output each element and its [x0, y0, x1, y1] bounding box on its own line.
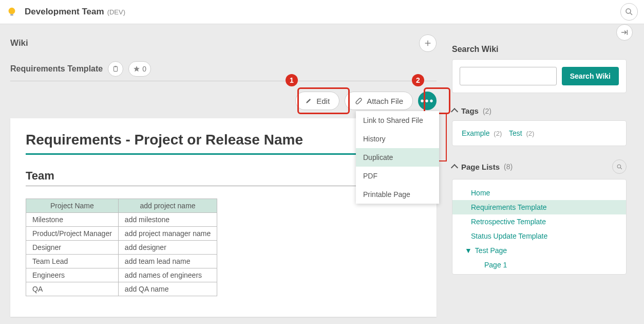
pagelists-count: (8): [504, 163, 513, 171]
page-toolbar: 1 2 Edit Attach File ••• Link to Share: [10, 81, 437, 118]
table-row: Milestoneadd milestone: [26, 213, 217, 227]
pagelists-search-button[interactable]: [612, 159, 627, 174]
menu-pdf[interactable]: PDF: [356, 167, 439, 185]
attach-file-button[interactable]: Attach File: [345, 92, 413, 110]
search-wiki-title: Search Wiki: [452, 45, 627, 54]
menu-printable-page[interactable]: Printable Page: [356, 185, 439, 204]
add-button[interactable]: [419, 34, 437, 52]
wiki-header: Wiki: [10, 24, 437, 52]
svg-line-3: [630, 13, 632, 15]
tag-test[interactable]: Test: [509, 129, 522, 137]
star-icon: [133, 65, 140, 73]
svg-point-0: [9, 8, 15, 14]
annotation-box-2: [424, 87, 450, 114]
page-list-box: Home Requirements Template Retrospective…: [452, 179, 627, 275]
caret-down-icon: ▼: [465, 246, 472, 255]
clipboard-icon: [112, 65, 119, 73]
team-table: Project Name add project name Milestonea…: [26, 199, 217, 296]
search-wiki-button[interactable]: Search Wiki: [562, 67, 619, 85]
svg-rect-7: [115, 66, 117, 67]
top-bar: Development Team (DEV): [0, 0, 644, 24]
table-header-project-name: Project Name: [26, 199, 119, 213]
table-row: Product/Project Manageradd project manag…: [26, 227, 217, 241]
page-list-test-page[interactable]: ▼Test Page: [452, 243, 626, 258]
menu-duplicate[interactable]: Duplicate: [356, 148, 439, 167]
star-button[interactable]: 0: [128, 61, 151, 77]
dock-button[interactable]: [616, 24, 633, 41]
tags-count: (2): [483, 107, 491, 115]
tag-test-count: (2): [526, 130, 534, 137]
bulb-icon: [6, 6, 17, 17]
search-icon: [616, 164, 623, 170]
chevron-up-icon: [451, 164, 458, 171]
annotation-box-1: [297, 87, 350, 114]
annotation-line-v: [446, 114, 447, 161]
plus-icon: [424, 39, 432, 47]
team-name: Development Team: [25, 7, 104, 17]
svg-rect-1: [10, 14, 13, 16]
table-row: Team Leadadd team lead name: [26, 255, 217, 268]
more-actions-menu: Link to Shared File History Duplicate PD…: [356, 111, 439, 204]
page-title: Requirements Template: [10, 64, 103, 74]
svg-line-12: [620, 168, 622, 169]
chevron-up-icon: [451, 108, 458, 115]
arrow-right-to-line-icon: [620, 28, 629, 37]
annotation-number-2: 2: [412, 74, 424, 86]
table-row: QAadd QA name: [26, 282, 217, 296]
page-list-page-1[interactable]: Page 1: [452, 258, 626, 272]
wiki-breadcrumb[interactable]: Wiki: [10, 38, 28, 48]
svg-rect-6: [114, 66, 118, 71]
svg-point-11: [617, 165, 621, 168]
table-row: Designeradd designer: [26, 241, 217, 255]
clipboard-button[interactable]: [108, 61, 123, 77]
svg-marker-8: [134, 66, 140, 71]
menu-link-shared-file[interactable]: Link to Shared File: [356, 111, 439, 130]
star-count: 0: [142, 65, 146, 73]
page-list-retrospective-template[interactable]: Retrospective Template: [452, 214, 626, 229]
menu-history[interactable]: History: [356, 130, 439, 148]
paperclip-icon: [354, 97, 363, 105]
page-subheader: Requirements Template 0: [10, 61, 437, 81]
team-code: (DEV): [107, 8, 125, 16]
tags-box: Example (2) Test (2): [452, 120, 627, 146]
search-icon: [624, 7, 634, 16]
tags-title: Tags: [461, 106, 479, 115]
page-list-requirements-template[interactable]: Requirements Template: [452, 200, 626, 214]
search-wiki-box: Search Wiki: [452, 59, 627, 93]
search-wiki-input[interactable]: [460, 67, 557, 85]
tag-example[interactable]: Example: [462, 129, 489, 137]
page-list-status-update-template[interactable]: Status Update Template: [452, 229, 626, 243]
team-table-body: Milestoneadd milestone Product/Project M…: [26, 213, 217, 296]
right-sidebar: Search Wiki Search Wiki Tags (2) Example…: [452, 24, 627, 317]
pagelists-title: Page Lists: [461, 163, 500, 171]
tag-example-count: (2): [494, 130, 502, 137]
page-list-home[interactable]: Home: [452, 186, 626, 200]
annotation-number-1: 1: [286, 74, 298, 86]
pagelists-section-header[interactable]: Page Lists (8): [452, 159, 627, 174]
tags-section-header[interactable]: Tags (2): [452, 106, 627, 115]
table-header-add-project-name: add project name: [118, 199, 217, 213]
global-search-button[interactable]: [620, 3, 638, 21]
table-row: Engineersadd names of engineers: [26, 268, 217, 282]
svg-point-2: [626, 9, 631, 13]
